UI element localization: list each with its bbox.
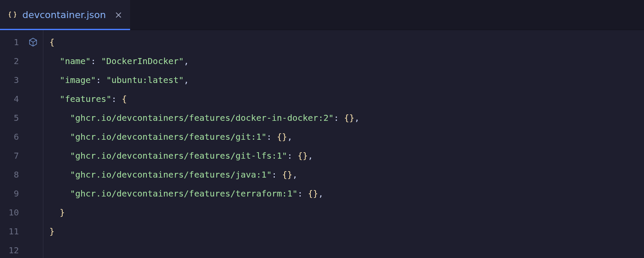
line-number: 10 [0, 203, 23, 222]
line-number: 6 [0, 127, 23, 146]
glyph-slot [23, 184, 43, 203]
glyph-slot [23, 146, 43, 165]
line-number: 9 [0, 184, 23, 203]
code-line[interactable]: } [43, 222, 644, 241]
line-number: 5 [0, 108, 23, 127]
line-number: 4 [0, 89, 23, 108]
code-line[interactable]: "ghcr.io/devcontainers/features/git-lfs:… [43, 146, 644, 165]
container-icon [28, 37, 38, 47]
glyph-slot [23, 89, 43, 108]
code-line[interactable]: "ghcr.io/devcontainers/features/java:1":… [43, 165, 644, 184]
line-number: 8 [0, 165, 23, 184]
code-line[interactable]: "name": "DockerInDocker", [43, 52, 644, 71]
code-line[interactable]: } [43, 203, 644, 222]
json-file-icon [8, 10, 17, 20]
glyph-slot [23, 241, 43, 258]
code-line[interactable]: "ghcr.io/devcontainers/features/git:1": … [43, 127, 644, 146]
tab-bar: devcontainer.json [0, 0, 644, 30]
glyph-slot [23, 127, 43, 146]
close-icon[interactable] [115, 11, 122, 19]
line-number: 2 [0, 52, 23, 71]
glyph-slot [23, 52, 43, 71]
code-line[interactable]: "features": { [43, 89, 644, 108]
line-number: 11 [0, 222, 23, 241]
glyph-slot [23, 71, 43, 89]
line-number: 7 [0, 146, 23, 165]
glyph-slot [23, 33, 43, 52]
glyph-slot [23, 165, 43, 184]
code-editor[interactable]: 123456789101112 { "name": "DockerInDocke… [0, 30, 644, 258]
code-line[interactable]: "image": "ubuntu:latest", [43, 71, 644, 89]
tab-devcontainer[interactable]: devcontainer.json [0, 0, 130, 30]
tab-title: devcontainer.json [22, 9, 106, 20]
glyph-margin [23, 30, 43, 258]
line-number: 12 [0, 241, 23, 258]
code-line[interactable]: { [43, 33, 644, 52]
code-line[interactable]: "ghcr.io/devcontainers/features/docker-i… [43, 108, 644, 127]
code-content[interactable]: { "name": "DockerInDocker", "image": "ub… [43, 30, 644, 258]
glyph-slot [23, 108, 43, 127]
code-line[interactable] [43, 241, 644, 258]
glyph-slot [23, 203, 43, 222]
line-number-gutter: 123456789101112 [0, 30, 23, 258]
line-number: 1 [0, 33, 23, 52]
code-line[interactable]: "ghcr.io/devcontainers/features/terrafor… [43, 184, 644, 203]
glyph-slot [23, 222, 43, 241]
line-number: 3 [0, 71, 23, 89]
